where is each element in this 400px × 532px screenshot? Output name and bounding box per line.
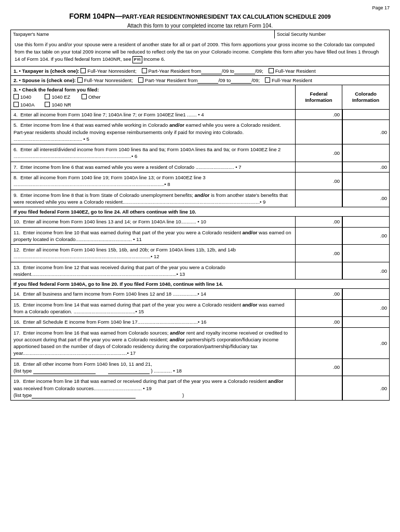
line-18-federal[interactable]: .00: [296, 359, 342, 376]
line-9: 9. Enter income from line 8 that is from…: [11, 190, 389, 208]
line3-left: 3. • Check the federal form you filed: 1…: [11, 85, 296, 109]
line-6-text: 6. Enter all interest/dividend income fr…: [11, 144, 296, 162]
line1-nonresident-check[interactable]: Full-Year Nonresident;: [81, 68, 136, 74]
line-11-colorado-value: .00: [380, 233, 387, 238]
line-16-federal[interactable]: .00: [296, 317, 342, 327]
line-7-federal: [296, 162, 342, 172]
line-6-colorado: [342, 144, 389, 162]
line-12-text: 12. Enter all income from Form 1040 line…: [11, 245, 296, 262]
header-row: Taxpayer's Name Social Security Number: [10, 30, 390, 38]
line-18-text: 18. Enter all other income from Form 104…: [11, 359, 296, 376]
line-7-colorado-value: .00: [380, 164, 387, 170]
line-14-text: 14. Enter all business and farm income f…: [11, 289, 296, 299]
line-16-text: 16. Enter all Schedule E income from For…: [11, 317, 296, 327]
page-number: Page 17: [10, 5, 390, 10]
line2-partyear-check[interactable]: Part-Year Resident from /09 to /09;: [138, 77, 260, 84]
line-10-federal[interactable]: .00: [296, 217, 342, 227]
line2-fullyear-check[interactable]: Full-Year Resident: [265, 77, 312, 83]
check-1040[interactable]: 1040: [14, 94, 34, 100]
line-6: 6. Enter all interest/dividend income fr…: [11, 144, 389, 162]
line1-fullyear-check[interactable]: Full-Year Resident: [269, 68, 316, 74]
line-5-colorado[interactable]: .00: [342, 120, 389, 144]
line-13-colorado-value: .00: [380, 268, 387, 274]
line-17-colorado-value: .00: [380, 340, 387, 346]
line-11-text: 11. Enter income from line 10 that was e…: [11, 228, 296, 245]
line1-label: 1. • Taxpayer is (check one):: [14, 68, 79, 74]
line-4: 4. Enter all income from Form 1040 line …: [11, 110, 389, 120]
line-4-federal[interactable]: .00: [296, 110, 342, 119]
line-19: 19. Enter income from line 18 that was e…: [11, 376, 389, 400]
line-15-colorado-value: .00: [380, 305, 387, 311]
line-15-text: 15. Enter income from line 14 that was e…: [11, 300, 296, 317]
1040a-header: If you filed federal Form 1040A, go to l…: [11, 280, 389, 289]
line-13-federal: [296, 262, 342, 280]
line-7: 7. Enter income from line 6 that was ear…: [11, 162, 389, 172]
line-17: 17. Enter income from line 16 that was e…: [11, 328, 389, 359]
check-other[interactable]: Other: [82, 94, 101, 100]
line-13: 13. Enter income from line 12 that was r…: [11, 262, 389, 280]
check-1040nr[interactable]: 1040 NR: [45, 102, 71, 108]
check-1040a[interactable]: 1040A: [14, 102, 34, 108]
line-10-text: 10. Enter all income from Form 1040 line…: [11, 217, 296, 227]
attach-note: Attach this form to your completed incom…: [127, 23, 273, 29]
federal-col-header: FederalInformation: [296, 85, 342, 109]
line-10: 10. Enter all income from Form 1040 line…: [11, 217, 389, 227]
colorado-col-header: ColoradoInformation: [342, 85, 389, 109]
line-4-colorado: [342, 110, 389, 119]
line-17-federal: [296, 328, 342, 358]
line-16-federal-value: .00: [333, 319, 340, 325]
line-12: 12. Enter all income from Form 1040 line…: [11, 245, 389, 262]
line-19-federal: [296, 376, 342, 400]
line-15-federal: [296, 300, 342, 317]
line-18-colorado: [342, 359, 389, 376]
line-4-federal-value: .00: [333, 112, 340, 117]
line-17-text: 17. Enter income from line 16 that was e…: [11, 328, 296, 358]
line-11: 11. Enter income from line 10 that was e…: [11, 228, 389, 245]
line-17-colorado[interactable]: .00: [342, 328, 389, 358]
line-19-colorado-value: .00: [380, 385, 387, 391]
line-8-federal-value: .00: [333, 178, 340, 184]
check-1040ez[interactable]: 1040 EZ: [45, 94, 71, 100]
form-title-block: FORM 104PN—PART-YEAR RESIDENT/NONRESIDEN…: [10, 11, 390, 30]
line3-label: 3. • Check the federal form you filed:: [14, 87, 292, 92]
form-subtitle: PART-YEAR RESIDENT/NONRESIDENT TAX CALCU…: [122, 14, 331, 20]
1040ez-header: If you filed federal Form 1040EZ, go to …: [11, 207, 389, 217]
line3-federal-section: 3. • Check the federal form you filed: 1…: [11, 85, 389, 110]
line-11-colorado[interactable]: .00: [342, 228, 389, 245]
line-8-colorado: [342, 172, 389, 190]
line-14: 14. Enter all business and farm income f…: [11, 289, 389, 299]
line-19-colorado[interactable]: .00: [342, 376, 389, 400]
line-12-federal-value: .00: [333, 250, 340, 256]
line-10-federal-value: .00: [333, 219, 340, 224]
form-body: 1. • Taxpayer is (check one): Full-Year …: [10, 66, 390, 401]
line-9-text: 9. Enter income from line 8 that is from…: [11, 190, 296, 207]
line2-nonresident-check[interactable]: Full-Year Nonresident;: [77, 77, 133, 83]
line-13-text: 13. Enter income from line 12 that was r…: [11, 262, 296, 280]
line-7-colorado[interactable]: .00: [342, 162, 389, 172]
line-9-colorado[interactable]: .00: [342, 190, 389, 207]
line-8: 8. Enter all income from Form 1040 line …: [11, 172, 389, 190]
line-13-colorado[interactable]: .00: [342, 262, 389, 280]
line-12-colorado: [342, 245, 389, 262]
line-8-federal[interactable]: .00: [296, 172, 342, 190]
line-11-federal: [296, 228, 342, 245]
line-5-federal: [296, 120, 342, 144]
col-headers: FederalInformation ColoradoInformation: [296, 85, 389, 109]
line-6-federal[interactable]: .00: [296, 144, 342, 162]
line-9-colorado-value: .00: [380, 195, 387, 201]
line-9-federal: [296, 190, 342, 207]
taxpayer-name-label: Taxpayer's Name: [11, 30, 275, 38]
line-4-text: 4. Enter all income from Form 1040 line …: [11, 110, 296, 119]
line-18-federal-value: .00: [333, 364, 340, 370]
line-19-text: 19. Enter income from line 18 that was e…: [11, 376, 296, 400]
line-14-colorado: [342, 289, 389, 299]
line-15-colorado[interactable]: .00: [342, 300, 389, 317]
line-14-federal[interactable]: .00: [296, 289, 342, 299]
line1-partyear-check[interactable]: Part-Year Resident from /09 to /09;: [142, 68, 263, 74]
line-18: 18. Enter all other income from Form 104…: [11, 359, 389, 377]
intro-box: Use this form if you and/or your spouse …: [10, 38, 390, 66]
line-12-federal[interactable]: .00: [296, 245, 342, 262]
intro-text: Use this form if you and/or your spouse …: [15, 42, 379, 62]
line-7-text: 7. Enter income from line 6 that was ear…: [11, 162, 296, 172]
line-5-colorado-value: .00: [380, 129, 387, 135]
